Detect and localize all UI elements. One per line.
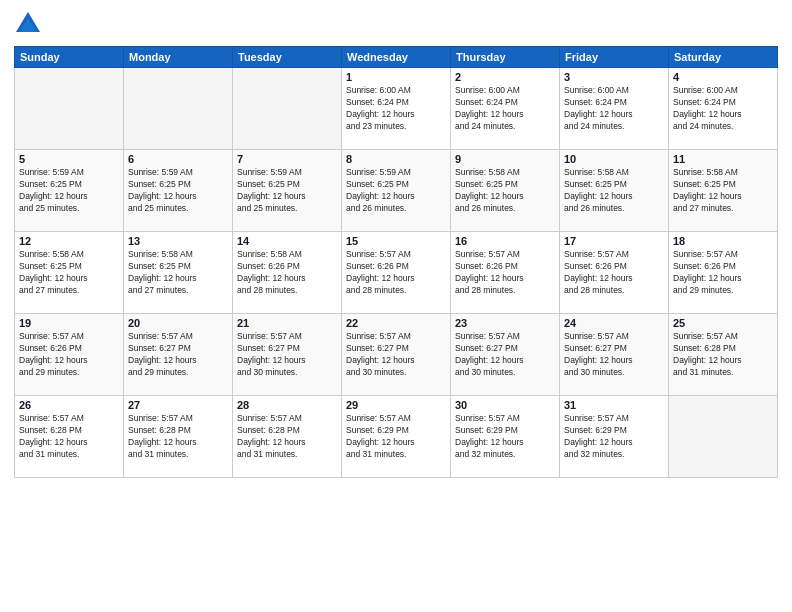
day-number: 2 <box>455 71 555 83</box>
day-number: 3 <box>564 71 664 83</box>
calendar-cell <box>15 68 124 150</box>
calendar-cell: 12Sunrise: 5:58 AM Sunset: 6:25 PM Dayli… <box>15 232 124 314</box>
day-number: 5 <box>19 153 119 165</box>
calendar-cell: 9Sunrise: 5:58 AM Sunset: 6:25 PM Daylig… <box>451 150 560 232</box>
calendar-cell <box>233 68 342 150</box>
day-info: Sunrise: 5:57 AM Sunset: 6:28 PM Dayligh… <box>237 413 337 461</box>
day-number: 22 <box>346 317 446 329</box>
day-info: Sunrise: 5:59 AM Sunset: 6:25 PM Dayligh… <box>128 167 228 215</box>
calendar-cell: 3Sunrise: 6:00 AM Sunset: 6:24 PM Daylig… <box>560 68 669 150</box>
weekday-header-monday: Monday <box>124 47 233 68</box>
calendar-cell: 11Sunrise: 5:58 AM Sunset: 6:25 PM Dayli… <box>669 150 778 232</box>
week-row-2: 12Sunrise: 5:58 AM Sunset: 6:25 PM Dayli… <box>15 232 778 314</box>
calendar-cell: 19Sunrise: 5:57 AM Sunset: 6:26 PM Dayli… <box>15 314 124 396</box>
week-row-0: 1Sunrise: 6:00 AM Sunset: 6:24 PM Daylig… <box>15 68 778 150</box>
day-number: 24 <box>564 317 664 329</box>
day-info: Sunrise: 5:57 AM Sunset: 6:28 PM Dayligh… <box>128 413 228 461</box>
day-info: Sunrise: 5:58 AM Sunset: 6:25 PM Dayligh… <box>673 167 773 215</box>
weekday-header-row: SundayMondayTuesdayWednesdayThursdayFrid… <box>15 47 778 68</box>
day-info: Sunrise: 5:57 AM Sunset: 6:26 PM Dayligh… <box>346 249 446 297</box>
calendar-cell: 13Sunrise: 5:58 AM Sunset: 6:25 PM Dayli… <box>124 232 233 314</box>
day-number: 13 <box>128 235 228 247</box>
calendar-cell: 29Sunrise: 5:57 AM Sunset: 6:29 PM Dayli… <box>342 396 451 478</box>
day-number: 26 <box>19 399 119 411</box>
day-info: Sunrise: 5:58 AM Sunset: 6:26 PM Dayligh… <box>237 249 337 297</box>
day-number: 23 <box>455 317 555 329</box>
day-number: 9 <box>455 153 555 165</box>
day-info: Sunrise: 5:57 AM Sunset: 6:28 PM Dayligh… <box>673 331 773 379</box>
day-info: Sunrise: 5:59 AM Sunset: 6:25 PM Dayligh… <box>346 167 446 215</box>
calendar-cell: 5Sunrise: 5:59 AM Sunset: 6:25 PM Daylig… <box>15 150 124 232</box>
day-info: Sunrise: 5:58 AM Sunset: 6:25 PM Dayligh… <box>564 167 664 215</box>
day-number: 17 <box>564 235 664 247</box>
day-number: 25 <box>673 317 773 329</box>
day-number: 29 <box>346 399 446 411</box>
day-number: 30 <box>455 399 555 411</box>
calendar-cell <box>669 396 778 478</box>
calendar-cell: 15Sunrise: 5:57 AM Sunset: 6:26 PM Dayli… <box>342 232 451 314</box>
calendar-cell: 8Sunrise: 5:59 AM Sunset: 6:25 PM Daylig… <box>342 150 451 232</box>
calendar-cell: 31Sunrise: 5:57 AM Sunset: 6:29 PM Dayli… <box>560 396 669 478</box>
day-number: 21 <box>237 317 337 329</box>
calendar-cell: 1Sunrise: 6:00 AM Sunset: 6:24 PM Daylig… <box>342 68 451 150</box>
calendar-cell: 28Sunrise: 5:57 AM Sunset: 6:28 PM Dayli… <box>233 396 342 478</box>
day-info: Sunrise: 5:57 AM Sunset: 6:27 PM Dayligh… <box>455 331 555 379</box>
day-number: 19 <box>19 317 119 329</box>
day-number: 31 <box>564 399 664 411</box>
week-row-4: 26Sunrise: 5:57 AM Sunset: 6:28 PM Dayli… <box>15 396 778 478</box>
day-number: 8 <box>346 153 446 165</box>
day-number: 6 <box>128 153 228 165</box>
day-number: 14 <box>237 235 337 247</box>
day-number: 20 <box>128 317 228 329</box>
weekday-header-friday: Friday <box>560 47 669 68</box>
day-number: 4 <box>673 71 773 83</box>
day-info: Sunrise: 6:00 AM Sunset: 6:24 PM Dayligh… <box>455 85 555 133</box>
day-number: 16 <box>455 235 555 247</box>
day-info: Sunrise: 5:57 AM Sunset: 6:26 PM Dayligh… <box>455 249 555 297</box>
calendar-cell: 4Sunrise: 6:00 AM Sunset: 6:24 PM Daylig… <box>669 68 778 150</box>
day-number: 10 <box>564 153 664 165</box>
day-number: 27 <box>128 399 228 411</box>
day-info: Sunrise: 5:57 AM Sunset: 6:27 PM Dayligh… <box>564 331 664 379</box>
calendar-cell: 26Sunrise: 5:57 AM Sunset: 6:28 PM Dayli… <box>15 396 124 478</box>
calendar-cell: 21Sunrise: 5:57 AM Sunset: 6:27 PM Dayli… <box>233 314 342 396</box>
calendar-cell: 2Sunrise: 6:00 AM Sunset: 6:24 PM Daylig… <box>451 68 560 150</box>
calendar-cell: 18Sunrise: 5:57 AM Sunset: 6:26 PM Dayli… <box>669 232 778 314</box>
calendar-cell: 23Sunrise: 5:57 AM Sunset: 6:27 PM Dayli… <box>451 314 560 396</box>
weekday-header-saturday: Saturday <box>669 47 778 68</box>
weekday-header-sunday: Sunday <box>15 47 124 68</box>
calendar-cell <box>124 68 233 150</box>
calendar-cell: 7Sunrise: 5:59 AM Sunset: 6:25 PM Daylig… <box>233 150 342 232</box>
day-number: 18 <box>673 235 773 247</box>
day-info: Sunrise: 5:57 AM Sunset: 6:26 PM Dayligh… <box>673 249 773 297</box>
calendar-cell: 20Sunrise: 5:57 AM Sunset: 6:27 PM Dayli… <box>124 314 233 396</box>
page: SundayMondayTuesdayWednesdayThursdayFrid… <box>0 0 792 612</box>
weekday-header-thursday: Thursday <box>451 47 560 68</box>
day-info: Sunrise: 5:57 AM Sunset: 6:26 PM Dayligh… <box>564 249 664 297</box>
day-number: 28 <box>237 399 337 411</box>
day-info: Sunrise: 5:57 AM Sunset: 6:27 PM Dayligh… <box>237 331 337 379</box>
day-number: 1 <box>346 71 446 83</box>
day-info: Sunrise: 6:00 AM Sunset: 6:24 PM Dayligh… <box>564 85 664 133</box>
day-info: Sunrise: 5:57 AM Sunset: 6:28 PM Dayligh… <box>19 413 119 461</box>
day-info: Sunrise: 5:57 AM Sunset: 6:27 PM Dayligh… <box>128 331 228 379</box>
day-info: Sunrise: 6:00 AM Sunset: 6:24 PM Dayligh… <box>346 85 446 133</box>
logo <box>14 10 46 38</box>
weekday-header-wednesday: Wednesday <box>342 47 451 68</box>
calendar-cell: 10Sunrise: 5:58 AM Sunset: 6:25 PM Dayli… <box>560 150 669 232</box>
calendar: SundayMondayTuesdayWednesdayThursdayFrid… <box>14 46 778 478</box>
calendar-cell: 30Sunrise: 5:57 AM Sunset: 6:29 PM Dayli… <box>451 396 560 478</box>
day-number: 15 <box>346 235 446 247</box>
day-info: Sunrise: 5:57 AM Sunset: 6:27 PM Dayligh… <box>346 331 446 379</box>
week-row-1: 5Sunrise: 5:59 AM Sunset: 6:25 PM Daylig… <box>15 150 778 232</box>
week-row-3: 19Sunrise: 5:57 AM Sunset: 6:26 PM Dayli… <box>15 314 778 396</box>
day-number: 12 <box>19 235 119 247</box>
day-number: 7 <box>237 153 337 165</box>
calendar-cell: 16Sunrise: 5:57 AM Sunset: 6:26 PM Dayli… <box>451 232 560 314</box>
day-info: Sunrise: 5:57 AM Sunset: 6:26 PM Dayligh… <box>19 331 119 379</box>
calendar-cell: 6Sunrise: 5:59 AM Sunset: 6:25 PM Daylig… <box>124 150 233 232</box>
day-info: Sunrise: 5:59 AM Sunset: 6:25 PM Dayligh… <box>237 167 337 215</box>
calendar-cell: 14Sunrise: 5:58 AM Sunset: 6:26 PM Dayli… <box>233 232 342 314</box>
day-info: Sunrise: 5:57 AM Sunset: 6:29 PM Dayligh… <box>564 413 664 461</box>
calendar-cell: 27Sunrise: 5:57 AM Sunset: 6:28 PM Dayli… <box>124 396 233 478</box>
